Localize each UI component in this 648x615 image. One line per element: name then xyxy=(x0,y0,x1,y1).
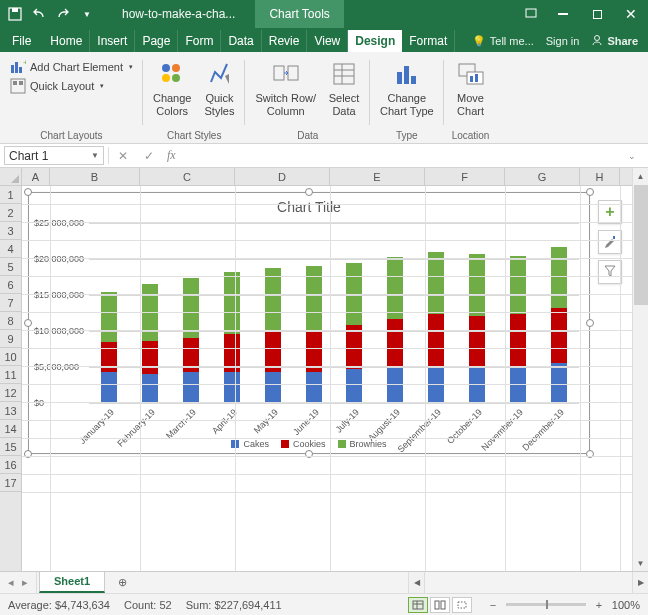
resize-handle[interactable] xyxy=(586,188,594,196)
column-header[interactable]: D xyxy=(235,168,330,185)
change-chart-type-button[interactable]: Change Chart Type xyxy=(378,56,436,120)
enter-formula-icon[interactable]: ✓ xyxy=(141,149,157,163)
bar-segment[interactable] xyxy=(551,247,567,309)
bar-segment[interactable] xyxy=(387,319,403,366)
redo-icon[interactable] xyxy=(56,7,70,21)
sheet-nav[interactable]: ◂▸ xyxy=(0,572,37,593)
ribbon-display-icon[interactable] xyxy=(524,6,538,23)
bar-segment[interactable] xyxy=(428,314,444,366)
bar-segment[interactable] xyxy=(183,372,199,403)
bar-segment[interactable] xyxy=(101,372,117,403)
tab-format[interactable]: Format xyxy=(402,30,455,52)
move-chart-button[interactable]: Move Chart xyxy=(453,56,489,120)
undo-icon[interactable] xyxy=(32,7,46,21)
add-chart-element-button[interactable]: + Add Chart Element▾ xyxy=(8,58,135,76)
tab-home[interactable]: Home xyxy=(43,30,90,52)
row-header[interactable]: 2 xyxy=(0,204,21,222)
tab-insert[interactable]: Insert xyxy=(90,30,135,52)
row-header[interactable]: 12 xyxy=(0,384,21,402)
row-header[interactable]: 13 xyxy=(0,402,21,420)
bar-segment[interactable] xyxy=(551,363,567,403)
bar-segment[interactable] xyxy=(224,272,240,334)
column-header[interactable]: H xyxy=(580,168,620,185)
quick-layout-button[interactable]: Quick Layout▾ xyxy=(8,77,106,95)
row-header[interactable]: 6 xyxy=(0,276,21,294)
fx-icon[interactable]: fx xyxy=(167,148,176,163)
select-all-corner[interactable] xyxy=(0,168,22,186)
horizontal-scrollbar[interactable]: ◀ ▶ xyxy=(408,572,648,593)
row-header[interactable]: 5 xyxy=(0,258,21,276)
tab-page-layout[interactable]: Page xyxy=(135,30,178,52)
zoom-out-button[interactable]: − xyxy=(486,599,500,611)
resize-handle[interactable] xyxy=(24,188,32,196)
chart-styles-button[interactable] xyxy=(598,230,622,254)
resize-handle[interactable] xyxy=(305,188,313,196)
row-header[interactable]: 11 xyxy=(0,366,21,384)
switch-row-column-button[interactable]: Switch Row/ Column xyxy=(253,56,318,120)
change-colors-button[interactable]: Change Colors xyxy=(151,56,194,120)
zoom-in-button[interactable]: + xyxy=(592,599,606,611)
row-header[interactable]: 15 xyxy=(0,438,21,456)
bar-segment[interactable] xyxy=(265,268,281,331)
normal-view-button[interactable] xyxy=(408,597,428,613)
bar-column[interactable]: June-19 xyxy=(306,266,322,403)
column-header[interactable]: F xyxy=(425,168,505,185)
bar-column[interactable]: February-19 xyxy=(142,284,158,403)
scroll-right-icon[interactable]: ▶ xyxy=(632,572,648,593)
cells-area[interactable]: Chart Title January-19February-19March-1… xyxy=(22,186,632,571)
resize-handle[interactable] xyxy=(24,319,32,327)
page-break-view-button[interactable] xyxy=(452,597,472,613)
tell-me[interactable]: 💡Tell me... xyxy=(472,35,534,48)
close-button[interactable]: ✕ xyxy=(614,0,648,28)
column-headers[interactable]: ABCDEFGH xyxy=(22,168,632,186)
row-header[interactable]: 14 xyxy=(0,420,21,438)
row-header[interactable]: 8 xyxy=(0,312,21,330)
bar-segment[interactable] xyxy=(183,278,199,338)
minimize-button[interactable] xyxy=(546,0,580,28)
bar-segment[interactable] xyxy=(551,308,567,363)
chevron-down-icon[interactable]: ▼ xyxy=(91,151,99,160)
bar-segment[interactable] xyxy=(510,256,526,314)
bar-segment[interactable] xyxy=(469,316,485,367)
bar-segment[interactable] xyxy=(224,372,240,403)
row-header[interactable]: 7 xyxy=(0,294,21,312)
bar-column[interactable]: September-19 xyxy=(428,252,444,403)
row-header[interactable]: 1 xyxy=(0,186,21,204)
column-header[interactable]: G xyxy=(505,168,580,185)
name-box[interactable]: Chart 1 ▼ xyxy=(4,146,104,165)
row-header[interactable]: 16 xyxy=(0,456,21,474)
vertical-scrollbar[interactable]: ▲ ▼ xyxy=(632,168,648,571)
bar-segment[interactable] xyxy=(346,369,362,403)
tab-view[interactable]: View xyxy=(307,30,348,52)
scroll-down-icon[interactable]: ▼ xyxy=(633,555,648,571)
scroll-thumb[interactable] xyxy=(634,185,648,305)
select-data-button[interactable]: Select Data xyxy=(326,56,362,120)
qat-customize-icon[interactable]: ▼ xyxy=(80,7,94,21)
row-header[interactable]: 4 xyxy=(0,240,21,258)
bar-segment[interactable] xyxy=(101,292,117,342)
cancel-formula-icon[interactable]: ✕ xyxy=(115,149,131,163)
bar-column[interactable]: July-19 xyxy=(346,263,362,403)
column-header[interactable]: A xyxy=(22,168,50,185)
bar-segment[interactable] xyxy=(142,374,158,403)
row-header[interactable]: 9 xyxy=(0,330,21,348)
tab-review[interactable]: Revie xyxy=(262,30,308,52)
zoom-slider[interactable] xyxy=(506,603,586,606)
row-headers[interactable]: 1234567891011121314151617 xyxy=(0,186,22,571)
bar-segment[interactable] xyxy=(428,252,444,314)
maximize-button[interactable] xyxy=(580,0,614,28)
resize-handle[interactable] xyxy=(586,319,594,327)
scroll-left-icon[interactable]: ◀ xyxy=(409,572,425,593)
scroll-up-icon[interactable]: ▲ xyxy=(633,168,648,184)
chart-filters-button[interactable] xyxy=(598,260,622,284)
bar-segment[interactable] xyxy=(387,257,403,319)
bar-column[interactable]: December-19 xyxy=(551,247,567,404)
sign-in[interactable]: Sign in xyxy=(546,35,580,47)
quick-styles-button[interactable]: Quick Styles xyxy=(201,56,237,120)
bar-column[interactable]: May-19 xyxy=(265,268,281,403)
sheet-tab-active[interactable]: Sheet1 xyxy=(39,572,105,593)
share-button[interactable]: Share xyxy=(591,34,638,48)
column-header[interactable]: B xyxy=(50,168,140,185)
worksheet-grid[interactable]: ABCDEFGH 1234567891011121314151617 ▲ ▼ C… xyxy=(0,168,648,571)
tab-file[interactable]: File xyxy=(0,30,43,52)
